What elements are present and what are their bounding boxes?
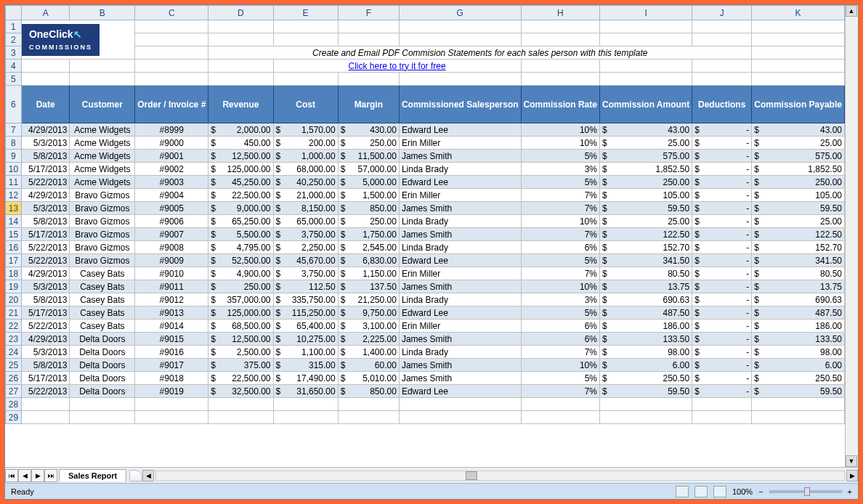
cell[interactable]: #9007: [135, 228, 208, 241]
cell[interactable]: $6,830.00: [338, 254, 399, 267]
cell[interactable]: 5/8/2013: [21, 150, 70, 163]
cell[interactable]: $80.50: [599, 267, 692, 280]
cell[interactable]: Erin Miller: [399, 267, 521, 280]
cell[interactable]: #8999: [135, 123, 208, 137]
cell[interactable]: $31,650.00: [273, 385, 338, 398]
cell[interactable]: $200.00: [273, 137, 338, 150]
cell[interactable]: [135, 60, 208, 73]
cell[interactable]: #9012: [135, 293, 208, 306]
cell[interactable]: $5,000.00: [338, 176, 399, 189]
row-header[interactable]: 25: [6, 359, 22, 372]
cell[interactable]: 5%: [521, 176, 599, 189]
tab-prev-icon[interactable]: ◀: [18, 469, 31, 482]
cell[interactable]: 5/17/2013: [21, 372, 70, 385]
cell[interactable]: [338, 398, 399, 411]
cell[interactable]: [599, 60, 692, 73]
cell[interactable]: $9,750.00: [338, 306, 399, 320]
cell[interactable]: [208, 398, 273, 411]
row-header[interactable]: 26: [6, 372, 22, 385]
cell[interactable]: $13.75: [752, 280, 845, 293]
row-header[interactable]: 23: [6, 333, 22, 346]
cell[interactable]: [338, 20, 399, 33]
cell[interactable]: $-: [692, 228, 752, 241]
cell[interactable]: 10%: [521, 280, 599, 293]
cell[interactable]: $6.00: [752, 359, 845, 372]
cell[interactable]: Bravo Gizmos: [70, 215, 135, 228]
cell[interactable]: [521, 20, 599, 33]
cell[interactable]: [752, 33, 845, 46]
row-header[interactable]: 4: [6, 60, 22, 73]
cell[interactable]: Casey Bats: [70, 280, 135, 293]
cell[interactable]: [692, 20, 752, 33]
cell[interactable]: 6%: [521, 333, 599, 346]
cell[interactable]: $-: [692, 163, 752, 176]
cell[interactable]: $-: [692, 137, 752, 150]
cell[interactable]: #9013: [135, 306, 208, 320]
view-layout-icon[interactable]: [694, 486, 708, 497]
add-sheet-icon[interactable]: [129, 470, 142, 481]
cell[interactable]: $-: [692, 202, 752, 215]
cell[interactable]: 5%: [521, 372, 599, 385]
cell[interactable]: [399, 33, 521, 46]
cell[interactable]: $850.00: [338, 202, 399, 215]
tab-first-icon[interactable]: ⏮: [5, 469, 18, 482]
cell[interactable]: $11,500.00: [338, 150, 399, 163]
cell[interactable]: [135, 73, 208, 86]
cell[interactable]: $105.00: [599, 189, 692, 202]
cell[interactable]: $250.50: [599, 372, 692, 385]
cell[interactable]: $430.00: [338, 123, 399, 137]
cell[interactable]: $57,000.00: [338, 163, 399, 176]
cell[interactable]: Acme Widgets: [70, 176, 135, 189]
cell[interactable]: $12,500.00: [208, 333, 273, 346]
table-header[interactable]: Commission Payable: [752, 86, 845, 123]
cell[interactable]: James Smith: [399, 280, 521, 293]
cell[interactable]: #9005: [135, 202, 208, 215]
cell[interactable]: $341.50: [752, 254, 845, 267]
zoom-thumb[interactable]: [804, 487, 810, 496]
cell[interactable]: $59.50: [752, 202, 845, 215]
cell[interactable]: $487.50: [599, 306, 692, 320]
cell[interactable]: Delta Doors: [70, 359, 135, 372]
row-header[interactable]: 15: [6, 228, 22, 241]
cell[interactable]: [521, 411, 599, 424]
scroll-track[interactable]: [846, 17, 858, 455]
select-all[interactable]: [6, 6, 22, 20]
cell[interactable]: 5%: [521, 150, 599, 163]
cell[interactable]: [521, 33, 599, 46]
table-header[interactable]: Deductions: [692, 86, 752, 123]
scroll-left-icon[interactable]: ◀: [142, 470, 154, 481]
cell[interactable]: $1,750.00: [338, 228, 399, 241]
col-header[interactable]: C: [135, 6, 208, 20]
cell[interactable]: Bravo Gizmos: [70, 202, 135, 215]
cell[interactable]: $52,500.00: [208, 254, 273, 267]
cell[interactable]: 6%: [521, 320, 599, 333]
cell[interactable]: Acme Widgets: [70, 137, 135, 150]
cell[interactable]: $575.00: [599, 150, 692, 163]
cell[interactable]: #9016: [135, 346, 208, 359]
cell[interactable]: 3%: [521, 163, 599, 176]
cell[interactable]: $4,795.00: [208, 241, 273, 254]
cell[interactable]: 5/22/2013: [21, 385, 70, 398]
cell[interactable]: #9017: [135, 359, 208, 372]
col-header[interactable]: J: [692, 6, 752, 20]
cell[interactable]: $137.50: [338, 280, 399, 293]
cell[interactable]: #9018: [135, 372, 208, 385]
zoom-in-icon[interactable]: +: [848, 487, 852, 496]
cell[interactable]: 5/17/2013: [21, 228, 70, 241]
cell[interactable]: [273, 411, 338, 424]
cell[interactable]: $5,500.00: [208, 228, 273, 241]
cell[interactable]: [399, 398, 521, 411]
cell[interactable]: $-: [692, 254, 752, 267]
cell[interactable]: Edward Lee: [399, 385, 521, 398]
cell[interactable]: $-: [692, 333, 752, 346]
cell[interactable]: [273, 33, 338, 46]
cell[interactable]: [135, 411, 208, 424]
cell[interactable]: #9010: [135, 267, 208, 280]
cell[interactable]: #9003: [135, 176, 208, 189]
cell[interactable]: 5/3/2013: [21, 280, 70, 293]
cell[interactable]: Acme Widgets: [70, 163, 135, 176]
cell[interactable]: $45,250.00: [208, 176, 273, 189]
cell[interactable]: $25.00: [752, 137, 845, 150]
cell[interactable]: [21, 398, 70, 411]
table-header[interactable]: Commissioned Salesperson: [399, 86, 521, 123]
